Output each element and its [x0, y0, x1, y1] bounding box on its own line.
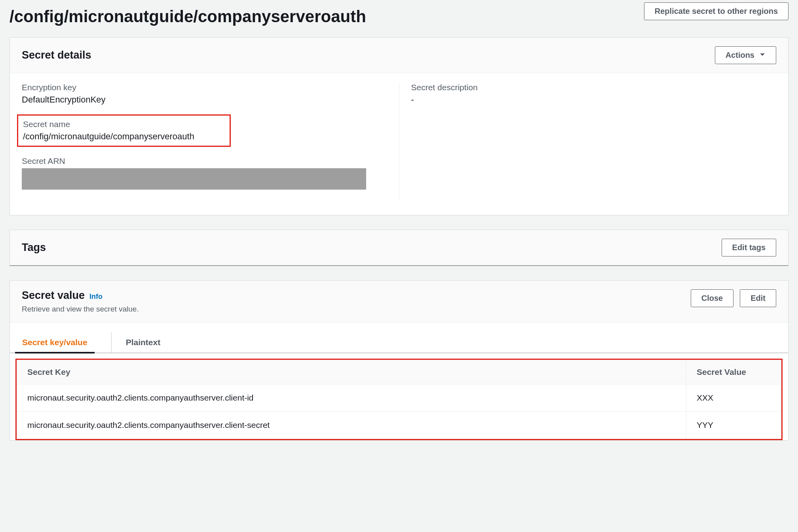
tab-secret-key-value[interactable]: Secret key/value: [22, 332, 87, 353]
page-title: /config/micronautguide/companyserveroaut…: [10, 0, 366, 37]
secret-arn-field: Secret ARN: [22, 156, 387, 190]
tab-plaintext[interactable]: Plaintext: [111, 332, 161, 353]
secret-key-cell: micronaut.security.oauth2.clients.compan…: [17, 412, 686, 439]
secret-arn-redacted: [22, 168, 366, 190]
encryption-key-label: Encryption key: [22, 83, 387, 92]
encryption-key-value: DefaultEncryptionKey: [22, 95, 387, 105]
tags-panel: Tags Edit tags: [10, 230, 788, 266]
secret-name-value: /config/micronautguide/companyserveroaut…: [23, 131, 225, 142]
encryption-key-field: Encryption key DefaultEncryptionKey: [22, 83, 387, 105]
secret-value-cell: XXX: [686, 384, 781, 412]
secret-details-panel: Secret details Actions Encryption key De…: [10, 37, 788, 215]
secret-name-label: Secret name: [23, 120, 225, 129]
secret-value-panel: Secret value Info Retrieve and view the …: [10, 280, 788, 441]
secret-value-heading: Secret value: [22, 289, 85, 302]
secret-description-field: Secret description -: [411, 83, 777, 105]
edit-tags-button[interactable]: Edit tags: [722, 239, 776, 256]
secret-value-tabs: Secret key/value Plaintext: [10, 323, 788, 353]
secret-key-cell: micronaut.security.oauth2.clients.compan…: [17, 384, 686, 412]
caret-down-icon: [759, 51, 766, 60]
info-link[interactable]: Info: [89, 293, 103, 301]
secret-value-description: Retrieve and view the secret value.: [22, 305, 139, 314]
secret-kv-highlight: Secret Key Secret Value micronaut.securi…: [15, 359, 783, 440]
secret-description-value: -: [411, 95, 777, 105]
edit-button[interactable]: Edit: [740, 289, 776, 307]
col-secret-value: Secret Value: [686, 360, 781, 384]
col-secret-key: Secret Key: [17, 360, 686, 384]
replicate-secret-button[interactable]: Replicate secret to other regions: [644, 2, 788, 20]
secret-name-highlight: Secret name /config/micronautguide/compa…: [17, 114, 231, 147]
table-row: micronaut.security.oauth2.clients.compan…: [17, 412, 781, 439]
secret-description-label: Secret description: [411, 83, 777, 92]
table-row: micronaut.security.oauth2.clients.compan…: [17, 384, 781, 412]
secret-details-heading: Secret details: [22, 49, 91, 61]
secret-kv-table: Secret Key Secret Value micronaut.securi…: [17, 360, 781, 439]
actions-button[interactable]: Actions: [715, 46, 776, 64]
secret-value-cell: YYY: [686, 412, 781, 439]
tags-heading: Tags: [22, 241, 46, 254]
actions-button-label: Actions: [726, 51, 754, 60]
secret-arn-label: Secret ARN: [22, 156, 387, 166]
close-button[interactable]: Close: [691, 289, 733, 307]
